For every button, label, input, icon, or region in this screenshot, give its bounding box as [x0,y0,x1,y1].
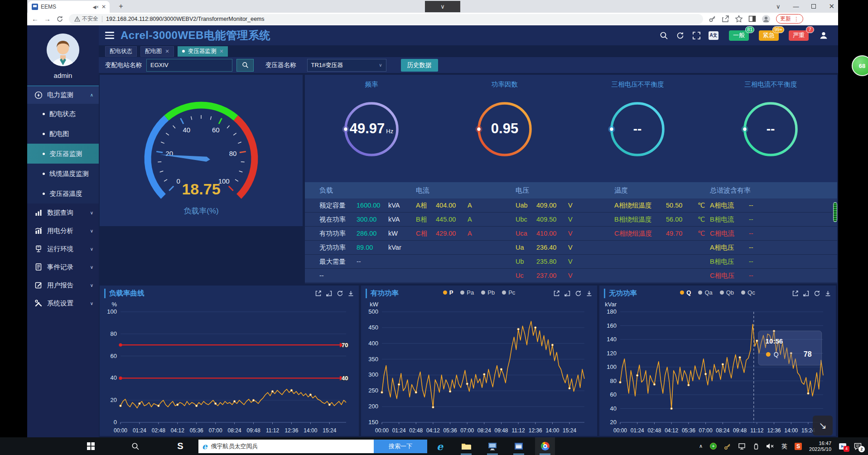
tray-keys-icon[interactable] [724,443,731,450]
share-icon[interactable] [722,15,729,23]
taskbar-search-icon[interactable] [125,437,145,455]
alarm-button-2[interactable]: 严重7 [789,30,809,41]
minimize-button[interactable]: — [793,3,799,10]
page-tab-2[interactable]: 变压器监测✕ [178,46,228,57]
table-scrollbar-thumb[interactable] [833,202,837,222]
reload-icon[interactable] [56,15,63,23]
tab-close-icon[interactable]: ✕ [165,48,169,54]
station-input[interactable]: EGXIV [146,59,232,72]
restore-icon[interactable] [564,290,571,297]
floating-jump-button[interactable]: ↘ [813,416,833,436]
legend-item-Q[interactable]: Q [680,289,691,296]
file-explorer-icon[interactable] [456,437,476,455]
user-avatar[interactable] [47,34,79,66]
video-app-icon[interactable] [509,437,529,455]
legend-item-P[interactable]: P [443,289,453,296]
refresh-icon[interactable] [575,290,582,297]
translate-icon[interactable]: A文 [709,31,719,40]
side-panel-icon[interactable] [748,15,756,23]
save-icon[interactable] [792,290,799,297]
restore-icon[interactable] [803,290,810,297]
download-icon[interactable] [586,290,593,297]
audio-playing-icon[interactable]: ◀× [92,5,99,10]
tray-usb-icon[interactable] [753,443,759,450]
sidebar-subitem-4[interactable]: 变压器温度 [27,184,99,203]
alarm-button-1[interactable]: 紧急99+ [759,30,779,41]
tray-sogou-icon[interactable]: S [795,443,802,450]
legend-item-Pb[interactable]: Pb [481,289,495,296]
close-button[interactable]: ✕ [829,2,834,10]
legend-item-Qb[interactable]: Qb [720,289,734,296]
transformer-select[interactable]: TR1#变压器 ∨ [307,59,386,72]
back-icon[interactable]: ← [32,15,39,23]
overlay-collapse-chevron[interactable]: ∨ [425,1,460,12]
tray-app-badge-icon[interactable]: 4 [839,443,847,450]
legend-item-Qc[interactable]: Qc [741,289,755,296]
sidebar-item-0[interactable]: 电力监测∧ [27,86,99,104]
save-icon[interactable] [553,290,560,297]
fullscreen-icon[interactable] [692,31,701,40]
url-field[interactable]: 不安全 192.168.204.112:8090/3000WEBV2/Trans… [69,14,703,24]
taskbar-search-box[interactable]: e 俄宇航员太空阅兵 搜索一下 [198,440,427,453]
taskbar-search-text[interactable]: 俄宇航员太空阅兵 [211,442,374,450]
sidebar-item-3[interactable]: 运行环境∨ [27,240,99,258]
sidebar-subitem-1[interactable]: 配电图 [27,124,99,144]
restore-button[interactable] [811,4,816,9]
cell-label: B相绕组温度 [614,215,661,224]
refresh-icon[interactable] [337,290,343,297]
svg-text:40: 40 [342,375,348,382]
system-tray: ∧ + 英 S 16:47 2022/5/10 4 [699,440,868,452]
profile-avatar-icon[interactable] [762,15,771,24]
chrome-taskbar-icon[interactable] [535,437,555,455]
password-key-icon[interactable] [709,15,716,23]
bookmark-star-icon[interactable] [735,15,743,23]
alarm-button-0[interactable]: 一般81 [729,30,749,41]
restore-icon[interactable] [326,290,333,297]
search-icon[interactable] [660,31,668,40]
clock[interactable]: 16:47 2022/5/10 [809,440,831,452]
ie-taskbar-icon[interactable]: e [430,437,450,455]
sidebar-item-2[interactable]: 用电分析∨ [27,222,99,240]
refresh-icon[interactable] [676,31,685,40]
sidebar-item-6[interactable]: 系统设置∨ [27,294,99,312]
legend-item-Pc[interactable]: Pc [502,289,515,296]
sidebar-item-4[interactable]: 事件记录∨ [27,258,99,276]
tab-search-chevron-icon[interactable]: ∨ [776,3,781,10]
chrome-update-button[interactable]: 更新 ⋮ [776,14,803,24]
forward-icon[interactable]: → [44,15,51,23]
tray-network-icon[interactable] [738,443,746,450]
tray-volume-muted-icon[interactable] [766,443,774,450]
hamburger-menu-icon[interactable] [105,32,114,39]
taskbar-s-app-icon[interactable]: S [170,437,190,455]
pc-app-icon[interactable] [482,437,502,455]
browser-tab[interactable]: EEMS ◀× ✕ [28,1,110,13]
download-icon[interactable] [347,290,354,297]
station-search-button[interactable] [236,59,254,72]
legend-item-Qa[interactable]: Qa [698,289,712,296]
user-icon[interactable] [819,31,828,40]
tray-ime-indicator[interactable]: 英 [781,442,787,450]
taskbar-search-go-button[interactable]: 搜索一下 [374,440,427,453]
page-tab-0[interactable]: 配电状态 [105,46,137,57]
tab-close-icon[interactable]: ✕ [101,4,106,10]
new-tab-button[interactable]: + [116,2,126,12]
history-data-button[interactable]: 历史数据 [401,59,438,72]
sidebar-item-5[interactable]: 用户报告∨ [27,276,99,294]
sidebar-subitem-0[interactable]: 配电状态 [27,104,99,124]
table-cell: 最大需量-- [319,257,416,266]
page-tab-1[interactable]: 配电图✕ [140,46,174,57]
download-icon[interactable] [825,290,831,297]
legend-item-Pa[interactable]: Pa [460,289,474,296]
action-center-icon[interactable]: 2 [854,443,862,450]
svg-text:02:48: 02:48 [152,427,165,434]
tray-expand-icon[interactable]: ∧ [699,443,703,449]
refresh-icon[interactable] [814,290,820,297]
save-icon[interactable] [315,290,322,297]
sidebar-subitem-2[interactable]: 变压器监测 [27,144,99,164]
tray-antivirus-icon[interactable]: + [710,443,717,450]
sidebar-item-1[interactable]: 数据查询∨ [27,203,99,222]
sidebar-subitem-3[interactable]: 线缆温度监测 [27,164,99,184]
start-button[interactable] [81,437,101,455]
tab-close-icon[interactable]: ✕ [219,48,223,54]
browser-menu-icon[interactable]: ⋮ [794,16,799,22]
